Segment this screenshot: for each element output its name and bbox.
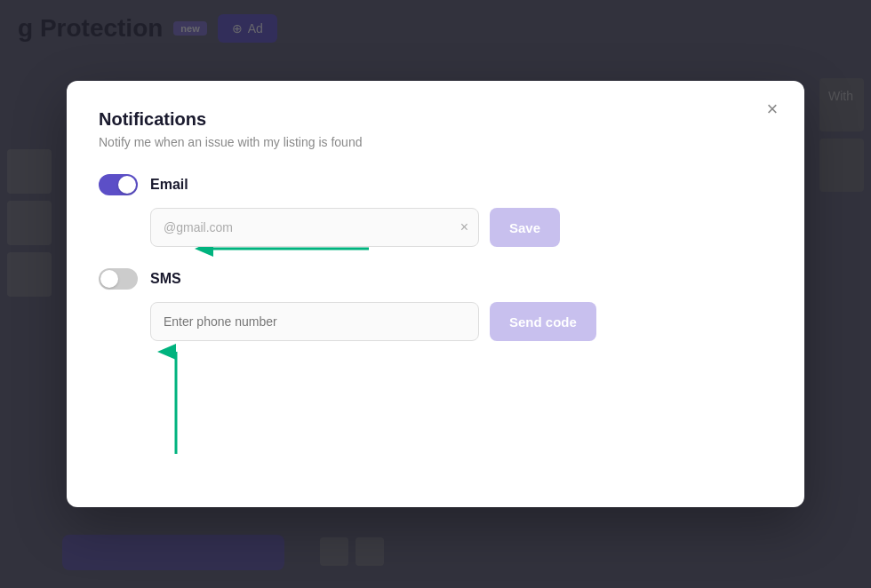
sms-input-wrapper (150, 302, 479, 341)
phone-input[interactable] (150, 302, 479, 341)
email-toggle-knob (118, 176, 136, 194)
email-toggle[interactable] (99, 174, 138, 195)
sms-toggle-knob (100, 270, 118, 288)
sms-section-header: SMS (99, 268, 772, 290)
sms-label: SMS (150, 271, 181, 287)
modal-close-button[interactable]: × (758, 95, 787, 123)
save-button[interactable]: Save (490, 208, 560, 247)
sms-input-row: Send code (99, 302, 772, 341)
email-input-row: × Save (99, 208, 772, 247)
modal-title: Notifications (99, 109, 772, 130)
sms-section: SMS Send code (99, 268, 772, 341)
email-input-wrapper: × (150, 208, 479, 247)
email-clear-button[interactable]: × (460, 220, 468, 234)
email-label: Email (150, 177, 188, 193)
email-section-header: Email (99, 174, 772, 195)
email-section: Email × Save (99, 174, 772, 247)
email-input[interactable] (150, 208, 479, 247)
notifications-modal: × Notifications Notify me when an issue … (67, 81, 804, 507)
send-code-button[interactable]: Send code (490, 302, 596, 341)
sms-toggle[interactable] (99, 268, 138, 290)
modal-subtitle: Notify me when an issue with my listing … (99, 135, 772, 149)
modal-overlay: × Notifications Notify me when an issue … (0, 0, 871, 588)
arrow-up-annotation (163, 343, 189, 458)
